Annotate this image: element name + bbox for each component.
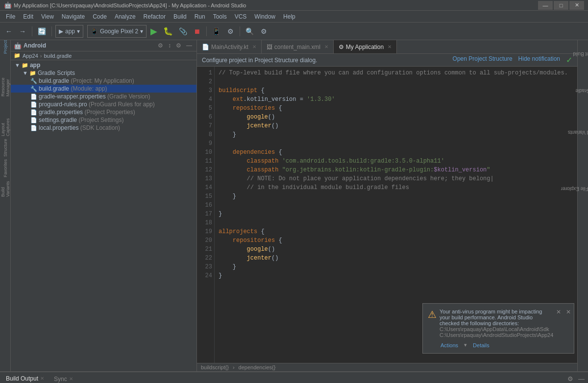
notification-actions: Open Project Structure Hide notification… — [453, 55, 572, 65]
attach-debugger-btn[interactable]: 📎 — [177, 24, 189, 38]
antivirus-text: Your anti-virus program might be impacti… — [440, 309, 542, 326]
antivirus-secondary-close-btn[interactable]: ✕ — [566, 309, 571, 315]
tree-item-settings-gradle[interactable]: 📄 settings.gradle (Project Settings) — [11, 116, 196, 124]
toolbar-forward-btn[interactable]: → — [17, 24, 28, 38]
window-controls: — □ ✕ — [538, 1, 584, 10]
tree-item-gradle-scripts[interactable]: ▼ 📁 Gradle Scripts — [11, 69, 196, 77]
antivirus-actions-btn[interactable]: Actions — [441, 342, 458, 348]
menu-item-analyze[interactable]: Analyze — [111, 12, 140, 21]
avd-manager-btn[interactable]: 📱 — [210, 24, 222, 38]
menu-item-help[interactable]: Help — [279, 12, 299, 21]
menu-item-window[interactable]: Window — [250, 12, 279, 21]
tab-close-content-main[interactable]: ✕ — [324, 44, 328, 49]
toolbar-separator-3 — [206, 26, 207, 36]
menu-item-code[interactable]: Code — [89, 12, 111, 21]
menu-item-view[interactable]: View — [37, 12, 58, 21]
menu-item-tools[interactable]: Tools — [209, 12, 231, 21]
open-project-structure-link[interactable]: Open Project Structure — [453, 55, 513, 65]
menu-item-file[interactable]: File — [2, 12, 19, 21]
settings-btn[interactable]: ⚙ — [258, 24, 270, 38]
editor-tabs: 📄 MainActivity.kt ✕ 🖼 content_main.xml ✕… — [197, 40, 577, 54]
project-hide-btn[interactable]: — — [185, 42, 194, 49]
tree-item-gradle-properties[interactable]: 📄 gradle.properties (Project Properties) — [11, 108, 196, 116]
sidebar-gradle[interactable]: Gradle — [573, 87, 588, 95]
breadcrumb-file: build.gradle — [44, 53, 72, 59]
breadcrumb-buildscript[interactable]: buildscript{} — [201, 364, 229, 370]
tree-item-local-properties[interactable]: 📄 local.properties (SDK Location) — [11, 124, 196, 132]
search-everywhere-btn[interactable]: 🔍 — [244, 24, 256, 38]
menubar: FileEditViewNavigateCodeAnalyzeRefactorB… — [0, 11, 588, 23]
tab-build-output[interactable]: Build Output ✕ — [2, 372, 48, 383]
close-button[interactable]: ✕ — [569, 1, 584, 10]
antivirus-dir1: C:\Users\rpaquay\AppData\Local\Android\S… — [440, 326, 549, 332]
antivirus-close-btn[interactable]: ✕ — [556, 309, 561, 315]
tab-sync[interactable]: Sync ✕ — [50, 372, 77, 383]
sdk-manager-btn[interactable]: ⚙ — [224, 24, 236, 38]
menu-item-refactor[interactable]: Refactor — [140, 12, 170, 21]
device-dropdown[interactable]: 📱 Google Pixel 2 ▾ — [87, 25, 147, 38]
tab-close-my-application[interactable]: ✕ — [388, 44, 392, 49]
maximize-button[interactable]: □ — [554, 1, 568, 10]
tab-close-sync[interactable]: ✕ — [69, 376, 73, 382]
tab-my-application[interactable]: ⚙ My Application ✕ — [334, 40, 397, 54]
project-collapse-btn[interactable]: ↕ — [167, 42, 172, 49]
toolbar-back-btn[interactable]: ← — [3, 24, 15, 38]
tree-arrow-gradle: ▼ — [23, 70, 28, 76]
line-numbers: 123456789101112131415161718192021222324 — [197, 67, 215, 363]
tab-close-build-output[interactable]: ✕ — [40, 376, 44, 381]
run-button[interactable]: ▶ — [148, 25, 159, 38]
tree-item-proguard[interactable]: 📄 proguard-rules.pro (ProGuard Rules for… — [11, 100, 196, 108]
sidebar-ant-build[interactable]: Ant Build — [571, 50, 588, 58]
hide-notification-link[interactable]: Hide notification — [518, 55, 560, 65]
tree-item-build-gradle-project[interactable]: 🔧 build.gradle (Project: My Application) — [11, 77, 196, 85]
sidebar-structure-btn[interactable]: Structure — [0, 143, 10, 153]
sidebar-favorites-btn[interactable]: Favorites — [0, 164, 10, 173]
stop-btn[interactable]: ⏹ — [191, 24, 203, 38]
tree-item-build-gradle-module[interactable]: 🔧 build.gradle (Module: app) — [11, 85, 196, 93]
right-sidebar: Ant Build Gradle Build Variants Device F… — [577, 40, 588, 371]
project-gear-btn[interactable]: ⚙ — [174, 42, 183, 49]
menu-item-run[interactable]: Run — [191, 12, 209, 21]
sidebar-build-variants-btn[interactable]: Build Variants — [0, 184, 10, 194]
tab-main-activity[interactable]: 📄 MainActivity.kt ✕ — [197, 40, 262, 54]
menu-item-vcs[interactable]: VCS — [231, 12, 251, 21]
titlebar: 🤖 My Application [C:\Users\rpaquay\Andro… — [0, 0, 588, 11]
bottom-tabs: Build Output ✕ Sync ✕ ⚙ — — [0, 372, 588, 383]
build-panel-settings-btn[interactable]: ⚙ — [566, 375, 575, 383]
tree-item-app[interactable]: ▼ 📁 app — [11, 61, 196, 69]
tree-item-gradle-wrapper[interactable]: 📄 gradle-wrapper.properties (Gradle Vers… — [11, 93, 196, 100]
menu-item-navigate[interactable]: Navigate — [58, 12, 89, 21]
minimize-button[interactable]: — — [538, 1, 553, 10]
breadcrumb-root: App24 — [23, 53, 38, 59]
project-panel: 🤖 Android ⚙ ↕ ⚙ — 📁 App24 › build.gradle… — [11, 40, 197, 371]
menu-item-edit[interactable]: Edit — [19, 12, 37, 21]
tab-icon-content-main: 🖼 — [267, 44, 272, 50]
project-panel-title: Android — [24, 42, 154, 49]
project-view-options-btn[interactable]: ⚙ — [156, 42, 165, 49]
sync-btn[interactable]: 🔄 — [36, 24, 48, 38]
sidebar-resource-btn[interactable]: Resource Manager — [0, 82, 10, 92]
bottom-panel: Build Output ✕ Sync ✕ ⚙ — ▶ 🔽 ↕ ✓ Build:… — [0, 371, 588, 383]
sidebar-layout-btn[interactable]: Layout Captures — [0, 122, 10, 132]
build-panel-hide-btn[interactable]: — — [577, 375, 586, 383]
menu-item-build[interactable]: Build — [170, 12, 191, 21]
left-sidebar: Project Resource Manager Layout Captures… — [0, 40, 11, 371]
project-panel-header: 🤖 Android ⚙ ↕ ⚙ — — [11, 40, 196, 51]
sidebar-device-file-explorer[interactable]: Device File Explorer — [559, 185, 588, 192]
warning-icon: ⚠ — [428, 309, 437, 320]
sidebar-project-btn[interactable]: Project — [0, 42, 10, 52]
antivirus-popup: ⚠ Your anti-virus program might be impac… — [422, 303, 574, 354]
tab-content-main[interactable]: 🖼 content_main.xml ✕ — [262, 40, 334, 54]
tab-close-main-activity[interactable]: ✕ — [252, 44, 256, 49]
antivirus-dir2: C:\Users\rpaquay\AndroidStudioProjects\A… — [440, 332, 553, 338]
toolbar-separator-2 — [51, 26, 52, 36]
app-config-dropdown[interactable]: ▶ app ▾ — [55, 25, 83, 38]
breadcrumb-dependencies[interactable]: dependencies{} — [239, 364, 276, 370]
sidebar-build-variants-right[interactable]: Build Variants — [566, 129, 588, 136]
antivirus-details-btn[interactable]: Details — [473, 342, 490, 348]
app-icon: 🤖 — [4, 1, 12, 9]
file-tree: ▼ 📁 app ▼ 📁 Gradle Scripts 🔧 build.gradl… — [11, 60, 196, 371]
tab-icon-my-application: ⚙ — [339, 44, 344, 50]
toolbar-separator-1 — [32, 26, 32, 36]
debug-button[interactable]: 🐛 — [161, 25, 175, 37]
